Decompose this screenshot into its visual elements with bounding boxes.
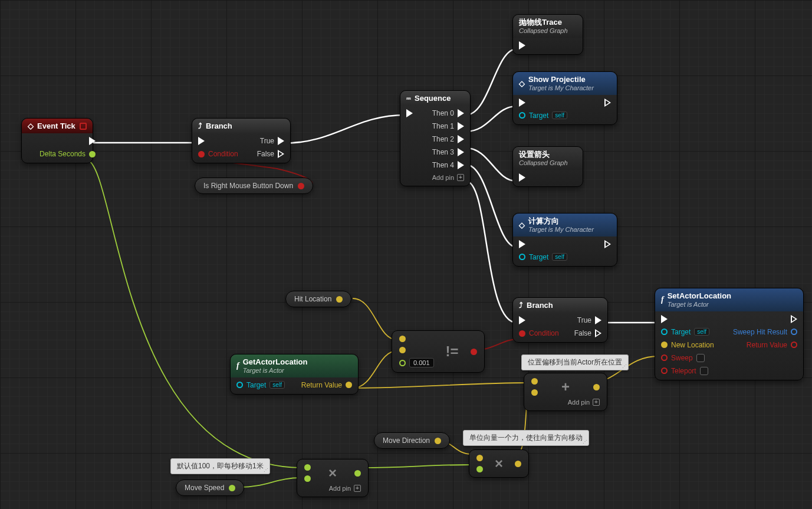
tolerance-pin[interactable]: 0.001: [399, 358, 434, 367]
result-pin[interactable]: [593, 384, 600, 390]
false-pin[interactable]: False: [574, 329, 601, 337]
move-direction-variable[interactable]: Move Direction: [374, 432, 450, 449]
exec-out-pin[interactable]: [604, 240, 611, 248]
set-actor-location-node[interactable]: f SetActorLocation Target is Actor Targe…: [655, 288, 804, 380]
delegate-icon: [80, 123, 87, 130]
comment-unit-force[interactable]: 单位向量一个力，使往向量方向移动⋰: [463, 430, 589, 446]
float-multiply-node[interactable]: × Add pin+: [297, 459, 369, 497]
sweep-hit-result-pin[interactable]: Sweep Hit Result: [733, 328, 797, 336]
pin-label: Target: [529, 253, 548, 261]
resize-handle-icon[interactable]: ⋰: [583, 439, 587, 444]
vector-out-pin[interactable]: [336, 296, 343, 303]
add-pin-button[interactable]: Add pin+: [531, 399, 600, 406]
exec-out-pin[interactable]: [791, 315, 797, 323]
resize-handle-icon[interactable]: ⋰: [264, 467, 268, 472]
self-tag: self: [552, 253, 567, 261]
branch-node[interactable]: ⤴ Branch Condition True False: [192, 118, 291, 163]
comment-offset[interactable]: 位置偏移到当前Actor所在位置⋰: [521, 354, 629, 370]
exec-in-pin[interactable]: [406, 109, 413, 117]
target-pin[interactable]: Targetself: [519, 111, 567, 120]
b-pin[interactable]: [399, 347, 406, 353]
plus-icon: +: [457, 174, 464, 181]
return-value-pin[interactable]: Return Value: [747, 341, 797, 349]
return-value-pin[interactable]: Return Value: [301, 381, 352, 389]
teleport-pin[interactable]: Teleport: [661, 367, 714, 375]
show-projectile-node[interactable]: ◇ Show Projectile Target is My Character…: [512, 71, 617, 125]
target-pin[interactable]: Targetself: [236, 381, 285, 389]
vector-out-pin[interactable]: [435, 438, 441, 444]
vector-add-node[interactable]: + Add pin+: [524, 373, 607, 411]
exec-in-pin[interactable]: [519, 98, 567, 107]
target-pin[interactable]: Targetself: [519, 253, 567, 261]
hit-location-variable[interactable]: Hit Location: [285, 291, 351, 307]
true-pin[interactable]: True: [260, 137, 284, 145]
get-actor-location-node[interactable]: f GetActorLocation Target is Actor Targe…: [230, 354, 359, 395]
then0-pin[interactable]: Then 0: [432, 109, 464, 117]
b-pin[interactable]: [476, 466, 483, 472]
set-arrow-collapsed-node[interactable]: 设置箭头 Collapsed Graph: [512, 146, 583, 187]
calc-direction-node[interactable]: ◇ 计算方向 Target is My Character Targetself: [512, 213, 617, 267]
condition-pin[interactable]: Condition: [198, 150, 238, 158]
a-pin[interactable]: [399, 336, 406, 342]
trace-collapsed-node[interactable]: 抛物线Trace Collapsed Graph: [512, 14, 583, 55]
exec-in-pin[interactable]: [519, 173, 525, 182]
sweep-pin[interactable]: Sweep: [661, 354, 714, 362]
exec-in-pin[interactable]: [198, 137, 238, 145]
add-pin-label: Add pin: [329, 485, 351, 492]
a-pin[interactable]: [531, 378, 538, 385]
branch-node-2[interactable]: ⤴ Branch Condition True False: [512, 297, 608, 343]
true-pin[interactable]: True: [577, 316, 601, 324]
node-title: GetActorLocation: [243, 357, 308, 367]
move-speed-variable[interactable]: Move Speed: [176, 480, 244, 496]
node-subtitle: Target is Actor: [668, 301, 731, 308]
node-subtitle: Collapsed Graph: [519, 27, 568, 35]
comment-default-100[interactable]: 默认值100，即每秒移动1米⋰: [170, 458, 270, 474]
self-tag: self: [552, 111, 567, 119]
resize-handle-icon[interactable]: ⋰: [622, 363, 627, 369]
new-location-pin[interactable]: New Location: [661, 341, 714, 349]
add-pin-button[interactable]: Add pin+: [304, 485, 361, 492]
target-pin[interactable]: Targetself: [661, 328, 714, 336]
comment-text: 单位向量一个力，使往向量方向移动: [469, 434, 583, 442]
node-header: ⎓ Sequence: [400, 91, 470, 106]
result-pin[interactable]: [354, 470, 361, 477]
node-title: 计算方向: [528, 216, 594, 226]
exec-in-pin[interactable]: [661, 315, 714, 323]
exec-in-pin[interactable]: [519, 41, 525, 50]
tolerance-input[interactable]: 0.001: [409, 358, 434, 367]
sweep-checkbox[interactable]: [696, 354, 705, 362]
pin-label: Condition: [529, 329, 559, 337]
then4-pin[interactable]: Then 4: [432, 161, 464, 169]
vector-scale-node[interactable]: ×: [469, 449, 529, 478]
node-subtitle: Target is Actor: [243, 367, 308, 375]
b-pin[interactable]: [304, 475, 311, 482]
a-pin[interactable]: [476, 455, 483, 461]
delta-seconds-pin[interactable]: Delta Seconds: [40, 150, 96, 158]
exec-out-pin[interactable]: [604, 98, 611, 107]
b-pin[interactable]: [531, 389, 538, 396]
then3-pin[interactable]: Then 3: [432, 148, 464, 156]
is-right-mouse-button-node[interactable]: Is Right Mouse Button Down: [195, 178, 313, 194]
exec-in-pin[interactable]: [519, 316, 559, 324]
then2-pin[interactable]: Then 2: [432, 135, 464, 143]
exec-out-pin[interactable]: [89, 137, 96, 145]
variable-label: Move Direction: [383, 436, 430, 445]
node-header: ◇ Show Projectile Target is My Character: [513, 72, 617, 95]
function-icon: f: [236, 361, 239, 370]
false-pin[interactable]: False: [257, 150, 284, 158]
teleport-checkbox[interactable]: [700, 367, 708, 375]
event-tick-node[interactable]: ◇ Event Tick Delta Seconds: [21, 118, 93, 163]
condition-pin[interactable]: Condition: [519, 329, 559, 337]
add-pin-button[interactable]: Add pin+: [432, 174, 464, 181]
not-equal-node[interactable]: 0.001 !=: [392, 330, 485, 373]
a-pin[interactable]: [304, 464, 311, 471]
float-out-pin[interactable]: [229, 485, 235, 491]
sequence-node[interactable]: ⎓ Sequence Then 0 Then 1 Then 2 Then 3 T…: [400, 90, 471, 186]
operator-icon: ×: [495, 455, 503, 472]
exec-in-pin[interactable]: [519, 240, 567, 248]
bool-out-pin[interactable]: [298, 183, 304, 189]
then1-pin[interactable]: Then 1: [432, 122, 464, 130]
self-tag: self: [694, 328, 709, 336]
result-pin[interactable]: [471, 349, 477, 355]
result-pin[interactable]: [515, 461, 521, 467]
